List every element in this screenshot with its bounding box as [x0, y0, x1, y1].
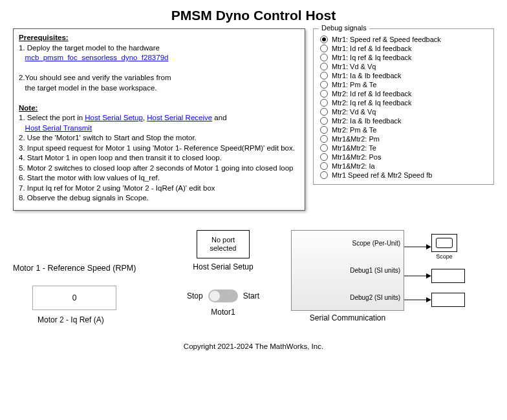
- serial-port-block[interactable]: No port selected: [197, 230, 250, 258]
- motor1-label: Motor1: [162, 308, 285, 317]
- debug-signal-label: Mtr1: Id ref & Id feedback: [332, 45, 412, 52]
- debug-signal-label: Mtr1&Mtr2: Pm: [332, 135, 380, 143]
- note-8: 8. Observe the debug signals in Scope.: [19, 194, 149, 202]
- radio-icon: [320, 144, 328, 152]
- scope-block-label: Scope: [431, 253, 457, 260]
- debug1-port-label: Debug1 (SI units): [350, 267, 400, 274]
- note-6: 6. Start the motor with low values of Iq…: [19, 174, 160, 182]
- radio-icon: [320, 81, 328, 89]
- radio-icon: [320, 135, 328, 143]
- debug-signal-label: Mtr1&Mtr2: Te: [332, 144, 376, 152]
- svg-marker-1: [426, 244, 431, 249]
- debug-signal-label: Mtr1: Ia & Ib feedback: [332, 72, 402, 79]
- debug-signal-option[interactable]: Mtr1: Ia & Ib feedback: [320, 72, 487, 79]
- note-3: 3. Input speed request for Motor 1 using…: [19, 144, 295, 152]
- serial-communication-block[interactable]: Scope (Per-Unit) Debug1 (SI units) Debug…: [291, 230, 404, 311]
- note-1c: and: [212, 114, 226, 121]
- debug-signal-label: Mtr1: Speed ref & Speed feedback: [332, 36, 441, 43]
- host-serial-setup-label: Host Serial Setup: [162, 262, 285, 271]
- debug-signal-label: Mtr1&Mtr2: Ia: [332, 162, 375, 170]
- radio-icon: [320, 72, 328, 79]
- radio-icon: [320, 153, 328, 161]
- debug-signal-option[interactable]: Mtr1: Speed ref & Speed feedback: [320, 36, 487, 43]
- debug-signal-label: Mtr1: Iq ref & Iq feedback: [332, 54, 412, 61]
- switch-start-label: Start: [243, 291, 259, 300]
- radio-icon: [320, 63, 328, 70]
- scope-port-label: Scope (Per-Unit): [352, 240, 400, 247]
- radio-icon: [320, 117, 328, 125]
- signal-arrow-icon: [404, 295, 431, 304]
- signal-arrow-icon: [404, 271, 431, 280]
- debug1-display-block[interactable]: [431, 269, 465, 283]
- debug-signal-option[interactable]: Mtr2: Vd & Vq: [320, 108, 487, 116]
- radio-icon: [320, 99, 328, 107]
- debug-signal-option[interactable]: Mtr1&Mtr2: Pm: [320, 135, 487, 143]
- debug-signal-option[interactable]: Mtr1 Speed ref & Mtr2 Speed fb: [320, 171, 487, 179]
- signal-arrow-icon: [404, 242, 431, 251]
- motor1-ref-speed-input[interactable]: 0: [32, 286, 116, 310]
- debug-signal-label: Mtr2: Iq ref & Iq feedback: [332, 99, 412, 107]
- debug-legend: Debug signals: [319, 24, 369, 32]
- svg-marker-5: [426, 297, 431, 302]
- debug-signal-option[interactable]: Mtr1: Pm & Te: [320, 81, 487, 89]
- debug2-display-block[interactable]: [431, 293, 465, 307]
- serial-communication-label: Serial Communication: [291, 313, 404, 322]
- debug2-port-label: Debug2 (SI units): [350, 294, 400, 301]
- radio-icon: [320, 90, 328, 98]
- copyright-text: Copyright 2021-2024 The MathWorks, Inc.: [13, 342, 494, 350]
- debug-signal-label: Mtr2: Id ref & Id feedback: [332, 90, 412, 98]
- debug-signal-label: Mtr1: Pm & Te: [332, 81, 376, 89]
- motor2-iqref-label: Motor 2 - Iq Ref (A): [38, 315, 155, 324]
- debug-signal-label: Mtr2: Ia & Ib feedback: [332, 117, 402, 125]
- note-2: 2. Use the 'Motor1' switch to Start and …: [19, 134, 197, 142]
- radio-icon: [320, 108, 328, 116]
- debug-signal-label: Mtr2: Vd & Vq: [332, 108, 376, 116]
- debug-signal-option[interactable]: Mtr1: Id ref & Id feedback: [320, 45, 487, 52]
- prereq-line-2b: the target model in the base workspace.: [19, 84, 157, 92]
- note-1a: 1. Select the port in: [19, 114, 85, 121]
- debug-signal-option[interactable]: Mtr2: Iq ref & Iq feedback: [320, 99, 487, 107]
- motor1-ref-speed-label: Motor 1 - Reference Speed (RPM): [13, 264, 155, 273]
- radio-icon: [320, 45, 328, 52]
- debug-signal-option[interactable]: Mtr1&Mtr2: Te: [320, 144, 487, 152]
- radio-icon: [320, 126, 328, 134]
- debug-signal-option[interactable]: Mtr2: Ia & Ib feedback: [320, 117, 487, 125]
- debug-signals-panel: Debug signals Mtr1: Speed ref & Speed fe…: [313, 28, 494, 185]
- debug-signal-option[interactable]: Mtr1: Iq ref & Iq feedback: [320, 54, 487, 61]
- motor1-switch[interactable]: [208, 289, 238, 302]
- debug-signal-option[interactable]: Mtr1&Mtr2: Pos: [320, 153, 487, 161]
- host-serial-transmit-link[interactable]: Host Serial Transmit: [25, 124, 92, 132]
- host-serial-receive-link[interactable]: Host Serial Receive: [147, 114, 212, 121]
- model-link[interactable]: mcb_pmsm_foc_sensorless_dyno_f28379d: [25, 54, 169, 61]
- note-7: 7. Input Iq ref for Motor 2 using 'Motor…: [19, 184, 215, 192]
- motor1-switch-row: Stop Start: [162, 289, 285, 302]
- debug-signal-label: Mtr2: Pm & Te: [332, 126, 376, 134]
- prereq-heading: Prerequisites:: [19, 34, 69, 41]
- debug-signal-label: Mtr1: Vd & Vq: [332, 63, 376, 70]
- scope-block[interactable]: [431, 234, 457, 252]
- debug-signal-option[interactable]: Mtr2: Pm & Te: [320, 126, 487, 134]
- debug-signal-option[interactable]: Mtr2: Id ref & Id feedback: [320, 90, 487, 98]
- switch-stop-label: Stop: [187, 291, 203, 300]
- radio-icon: [320, 162, 328, 170]
- host-serial-setup-link[interactable]: Host Serial Setup: [85, 114, 143, 121]
- debug-signal-option[interactable]: Mtr1&Mtr2: Ia: [320, 162, 487, 170]
- prereq-line-1: 1. Deploy the target model to the hardwa…: [19, 44, 160, 52]
- debug-signal-option[interactable]: Mtr1: Vd & Vq: [320, 63, 487, 70]
- radio-icon: [320, 171, 328, 179]
- page-title: PMSM Dyno Control Host: [13, 8, 494, 23]
- debug-signal-label: Mtr1 Speed ref & Mtr2 Speed fb: [332, 171, 432, 179]
- radio-icon: [320, 36, 328, 43]
- prerequisites-panel: Prerequisites: 1. Deploy the target mode…: [13, 28, 305, 211]
- svg-marker-3: [426, 273, 431, 278]
- debug-signal-label: Mtr1&Mtr2: Pos: [332, 153, 381, 161]
- note-heading: Note:: [19, 104, 38, 112]
- radio-icon: [320, 54, 328, 61]
- note-4: 4. Start Motor 1 in open loop and then t…: [19, 154, 222, 162]
- note-5: 5. Motor 2 switches to closed loop after…: [19, 164, 293, 172]
- prereq-line-2a: 2.You should see and verify the variable…: [19, 74, 171, 81]
